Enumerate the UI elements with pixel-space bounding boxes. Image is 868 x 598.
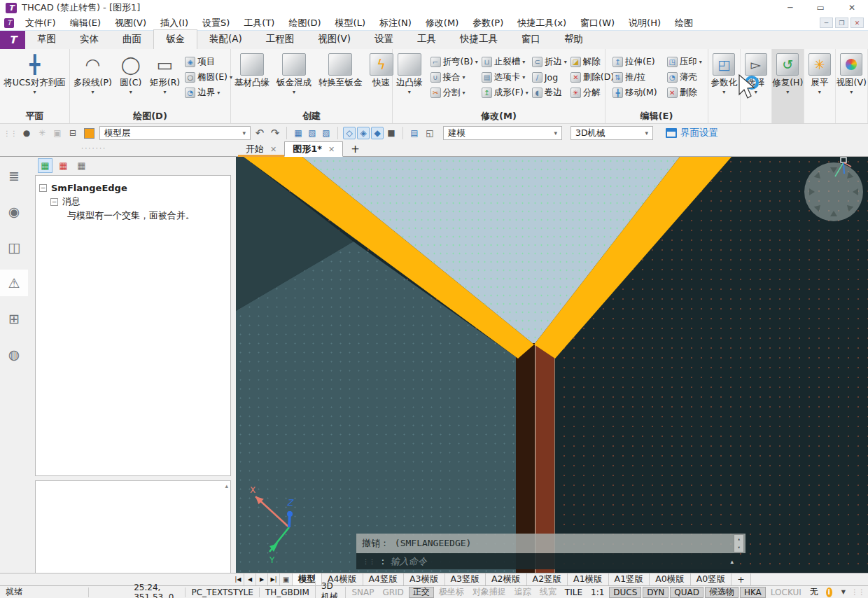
warning-icon[interactable]: ⚠	[0, 270, 28, 296]
layout-tab[interactable]: A0竖版	[691, 573, 732, 585]
resize-grip[interactable]: ⋮⋮	[851, 588, 868, 596]
layout-tab[interactable]: +	[732, 573, 750, 585]
flatten-icon[interactable]: ✳展平▾	[804, 49, 836, 123]
status-toggle[interactable]: 无	[806, 587, 822, 598]
view-styles-icon[interactable]: 视图(V)▾	[836, 49, 868, 123]
repair-icon[interactable]: ↺修复(H)▾	[772, 49, 804, 123]
status-workspace[interactable]: 3D机械	[315, 581, 345, 598]
collapse-icon[interactable]: −	[39, 184, 47, 192]
view-shaded-icon[interactable]: ◆	[371, 127, 384, 139]
style-select[interactable]: 3D机械	[570, 126, 653, 140]
ribbon-tab[interactable]: 帮助	[552, 30, 595, 49]
ribbon-tab[interactable]: 实体	[68, 30, 111, 49]
document-tab[interactable]: +	[343, 141, 368, 157]
edge-flange-icon[interactable]: 边凸缘▾	[393, 50, 426, 100]
collapse-icon[interactable]: −	[50, 198, 58, 206]
tree-node-messages[interactable]: − 消息	[50, 195, 227, 209]
menu-item[interactable]: 快捷工具(x)	[510, 17, 573, 29]
status-toggle[interactable]: LOCKUI	[767, 587, 805, 598]
scroll-up-icon[interactable]: ▴	[737, 536, 740, 542]
status-toggle[interactable]: 对象捕捉	[469, 587, 510, 598]
layout-tab[interactable]: A3横版	[404, 573, 445, 585]
layer-lock-icon[interactable]: ▣	[51, 127, 64, 139]
menu-item[interactable]: 设置S)	[195, 17, 237, 29]
convert-to-sheetmetal-icon[interactable]: 转换至钣金	[315, 50, 366, 96]
quick-icon[interactable]: ϟ快速	[366, 50, 397, 96]
doc-minimize-button[interactable]: ─	[820, 18, 833, 28]
redo-button[interactable]: ↷	[269, 127, 281, 139]
document-tab[interactable]: 开始✕	[238, 141, 284, 157]
layer-select[interactable]: 模型层	[99, 126, 251, 140]
status-toggle[interactable]: SNAP	[348, 587, 377, 598]
menu-item[interactable]: 绘图(D)	[281, 17, 328, 29]
status-toggle[interactable]: 极坐标	[435, 587, 468, 598]
layout-tab[interactable]: A1横版	[568, 573, 609, 585]
item-icon[interactable]: ◈项目	[185, 56, 232, 68]
tree-node-message[interactable]: 与模型有一个交集，面被合并。	[67, 209, 227, 223]
layer-freeze-icon[interactable]: ✳	[36, 127, 48, 139]
tab-close-icon[interactable]: ✕	[328, 145, 335, 154]
tree-filter-plain-icon[interactable]: ▦	[74, 158, 89, 173]
boundary-icon[interactable]: ◔边界▾	[185, 87, 232, 99]
imprint-icon[interactable]: ◳压印▾	[667, 54, 705, 69]
balloon-icon[interactable]: ◍	[0, 341, 28, 368]
ucs-align-face-icon[interactable]: ╋将UCS对齐到面▾	[0, 50, 69, 96]
layer-pick-icon[interactable]: ▧	[306, 127, 318, 139]
ribbon-tab[interactable]: 快捷工具	[448, 30, 510, 49]
status-dimstyle[interactable]: TH_GBDIM	[259, 587, 315, 597]
layout-nav-button[interactable]: ◀	[244, 573, 256, 585]
status-toggle[interactable]: 正交	[409, 587, 434, 598]
panel-drag-handle[interactable]: ·······	[81, 144, 106, 152]
delete-icon[interactable]: ✕删除	[667, 85, 705, 100]
layer-isolate-icon[interactable]: ▨	[320, 127, 332, 139]
view-realistic-icon[interactable]: ■	[385, 127, 398, 139]
layout-tab[interactable]: A2竖版	[527, 573, 568, 585]
info-icon[interactable]: i	[826, 587, 832, 597]
menu-item[interactable]: 工具(T)	[237, 17, 281, 29]
view-hidden-icon[interactable]: ◈	[357, 127, 370, 139]
bend-icon[interactable]: ⌐折弯(B)▾	[430, 54, 478, 69]
extrude-icon[interactable]: ↥拉伸(E)	[612, 54, 660, 69]
menu-item[interactable]: 文件(F)	[18, 17, 63, 29]
status-toggle[interactable]: 追踪	[511, 587, 535, 598]
layer-color-swatch[interactable]	[84, 128, 94, 139]
status-textstyle[interactable]: PC_TEXTSTYLE	[185, 587, 258, 597]
minimize-button[interactable]: ─	[788, 3, 792, 13]
undo-button[interactable]: ↶	[253, 127, 266, 139]
polyline-icon[interactable]: ◠多段线(P)▾	[70, 50, 115, 99]
shell-icon[interactable]: ◔薄壳	[667, 69, 705, 85]
tab-close-icon[interactable]: ✕	[270, 145, 276, 154]
relief-groove-icon[interactable]: ⊔止裂槽▾	[482, 54, 528, 69]
status-toggle[interactable]: TILE	[561, 587, 586, 598]
layout-tab[interactable]: A4竖版	[363, 573, 405, 585]
toolbar-grip[interactable]: ⋮⋮	[4, 130, 18, 137]
close-button[interactable]: ✕	[848, 3, 855, 13]
menu-item[interactable]: 模型(L)	[328, 17, 372, 29]
status-toggle[interactable]: 候选物	[705, 587, 738, 598]
menu-item[interactable]: 插入(I)	[153, 17, 195, 29]
status-toggle[interactable]: 线宽	[536, 587, 560, 598]
ribbon-tab[interactable]: 钣金	[153, 29, 197, 49]
ribbon-tab[interactable]: 工程图	[254, 30, 307, 49]
menu-item[interactable]: 编辑(E)	[63, 17, 108, 29]
status-toggle[interactable]: DUCS	[609, 587, 641, 598]
lightbulb-icon[interactable]: ◉	[0, 198, 28, 225]
jog-icon[interactable]: ∕Jog	[532, 69, 567, 85]
join-icon[interactable]: ∪接合▾	[430, 69, 478, 85]
status-toggle[interactable]: DYN	[643, 587, 668, 598]
menu-item[interactable]: 标注(N)	[372, 17, 419, 29]
properties-sliders-icon[interactable]: ≣	[0, 162, 28, 189]
menu-item[interactable]: 绘图	[668, 17, 700, 29]
scroll-up-icon[interactable]: ▴	[225, 482, 228, 489]
status-toggle[interactable]: GRID	[379, 587, 407, 598]
ribbon-tab[interactable]: 装配(A)	[197, 30, 254, 49]
viewport-config-icon[interactable]: ◱	[424, 127, 436, 139]
layout-nav-button[interactable]: |◀	[232, 573, 244, 585]
base-flange-icon[interactable]: 基材凸缘	[231, 50, 273, 96]
document-tab[interactable]: 图形1*✕	[284, 141, 343, 157]
ribbon-tab[interactable]: 窗口	[510, 30, 552, 49]
hem-icon[interactable]: ⊂折边▾	[532, 54, 567, 69]
tree-filter-all-icon[interactable]: ▦	[38, 158, 52, 173]
layout-tab[interactable]: A1竖版	[609, 573, 650, 585]
layer-print-icon[interactable]: ⊟	[66, 127, 79, 139]
